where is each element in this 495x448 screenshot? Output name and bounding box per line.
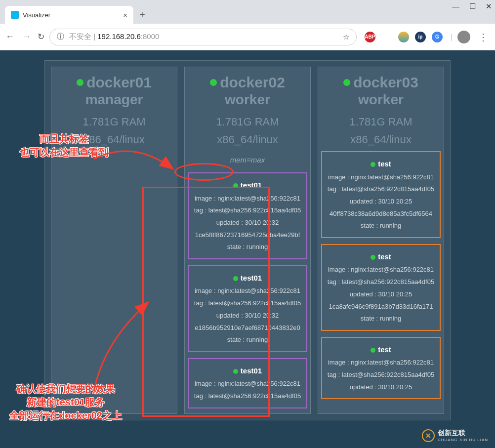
address-text: 不安全 | 192.168.20.6:8000 [69,32,159,41]
window-close-button[interactable]: ✕ [486,2,492,11]
node-name: docker01 [86,74,152,91]
service-card[interactable]: test01image : nginx:latest@sha256:922c81… [188,358,307,408]
node-role: manager [54,92,174,108]
service-hash: 1ce5f8f86723716954725dba4ee29bf [191,229,304,242]
service-card[interactable]: testimage : nginx:latest@sha256:922c81ta… [321,244,441,331]
status-dot-icon [233,276,238,281]
service-tag: tag : latest@sha256:922c815aa4df05 [324,369,438,381]
status-dot-icon [77,79,83,86]
close-tab-icon[interactable]: × [123,11,127,19]
visualizer-content: docker01manager1.781G RAMx86_64/linuxdoc… [0,50,495,420]
service-updated: updated : 30/10 20:25 [324,196,438,208]
window-minimize-button[interactable]: — [452,2,459,11]
node-arch: x86_64/linux [54,133,174,146]
node-arch: x86_64/linux [321,133,441,146]
status-dot-icon [233,183,238,188]
window-maximize-button[interactable]: ☐ [469,2,476,11]
status-dot-icon [343,79,350,86]
node-column-docker03: docker03worker1.781G RAMx86_64/linuxtest… [318,67,444,414]
status-dot-icon [233,369,238,374]
service-card[interactable]: testimage : nginx:latest@sha256:922c81ta… [321,151,441,238]
service-state: state : running [324,220,438,232]
service-updated: updated : 30/10 20:25 [324,381,438,394]
service-state: state : running [191,334,304,346]
address-bar[interactable]: ⓘ 不安全 | 192.168.20.6:8000 ☆ [49,29,357,45]
watermark: ✕ 创新互联 CHUANG XIN HU LIAN [422,429,488,442]
service-title: test01 [191,364,304,378]
node-role: worker [321,92,441,108]
extension-icon[interactable] [398,32,409,42]
node-ram: 1.781G RAM [321,116,441,128]
service-image: image : nginx:latest@sha256:922c81 [191,285,304,297]
node-title: docker02 [188,74,307,91]
browser-menu-button[interactable]: ⋮ [475,31,491,43]
service-image: image : nginx:latest@sha256:922c81 [191,193,304,205]
service-image: image : nginx:latest@sha256:922c81 [324,264,438,276]
service-image: image : nginx:latest@sha256:922c81 [324,357,438,369]
services-list: test01image : nginx:latest@sha256:922c81… [188,172,307,408]
service-state: state : running [324,313,438,325]
node-name: docker02 [220,74,285,91]
node-label-pill: mem=max [223,154,272,165]
status-dot-icon [371,162,375,167]
new-tab-button[interactable]: + [139,9,145,24]
window-controls: — ☐ ✕ [452,2,492,11]
site-info-icon[interactable]: ⓘ [57,32,64,41]
service-tag: tag : latest@sha256:922c815aa4df05 [191,297,304,310]
node-title: docker01 [54,74,174,91]
service-state: state : running [191,241,304,253]
bookmark-star-icon[interactable]: ☆ [343,33,349,41]
service-title: test01 [191,178,304,193]
service-title: test01 [191,271,304,285]
service-tag: tag : latest@sha256:922c815aa4df05 [324,276,438,288]
services-list: testimage : nginx:latest@sha256:922c81ta… [321,151,441,399]
watermark-logo-icon: ✕ [422,429,435,442]
node-role: worker [188,92,307,108]
ip-extension-icon[interactable]: ip [415,32,426,42]
translate-icon[interactable]: G [432,32,443,42]
service-card[interactable]: testimage : nginx:latest@sha256:922c81ta… [321,337,441,400]
service-hash: 1ca8afc946c9f891a3b7d33d16fa171 [324,301,438,313]
status-dot-icon [210,79,217,86]
nodes-row: docker01manager1.781G RAMx86_64/linuxdoc… [44,60,451,420]
status-dot-icon [371,255,375,260]
favicon-icon [11,11,19,19]
node-ram: 1.781G RAM [188,116,307,128]
service-hash: 40ff8738c38a6d9d8e85a3fc5df6564 [324,208,438,220]
service-image: image : nginx:latest@sha256:922c81 [324,171,438,184]
service-hash: e1856b952910e7aef68710443832e0 [191,322,304,334]
browser-toolbar: ← → ↻ ⓘ 不安全 | 192.168.20.6:8000 ☆ ABP 20… [0,24,495,50]
service-image: image : nginx:latest@sha256:922c81 [191,378,304,390]
status-dot-icon [371,348,375,353]
profile-avatar-icon[interactable] [457,31,470,43]
node-title: docker03 [321,74,441,91]
service-updated: updated : 30/10 20:32 [191,217,304,229]
node-column-docker01: docker01manager1.781G RAMx86_64/linux [51,67,177,414]
extensions-area: ABP 200 ip G [362,32,446,42]
node-arch: x86_64/linux [188,133,307,146]
service-tag: tag : latest@sha256:922c815aa4df05 [324,183,438,196]
service-title: test [324,343,438,357]
service-card[interactable]: test01image : nginx:latest@sha256:922c81… [188,265,307,352]
service-card[interactable]: test01image : nginx:latest@sha256:922c81… [188,172,307,259]
tab-strip: Visualizer × + — ☐ ✕ [0,0,495,24]
reload-button[interactable]: ↻ [38,32,44,42]
service-tag: tag : latest@sha256:922c815aa4df05 [191,204,304,217]
browser-tab[interactable]: Visualizer × [5,6,133,24]
forward-button[interactable]: → [21,32,33,42]
back-button[interactable]: ← [4,32,16,42]
adblock-icon[interactable]: ABP [365,32,375,42]
service-tag: tag : latest@sha256:922c815aa4df05 [191,390,304,403]
service-updated: updated : 30/10 20:25 [324,288,438,301]
service-title: test [324,250,438,264]
node-name: docker03 [353,74,418,91]
node-column-docker02: docker02worker1.781G RAMx86_64/linuxmem=… [184,67,311,414]
node-ram: 1.781G RAM [54,116,174,128]
service-title: test [324,157,438,171]
service-updated: updated : 30/10 20:32 [191,310,304,322]
status-200-icon[interactable]: 200 [381,32,392,42]
tab-title: Visualizer [23,11,50,19]
